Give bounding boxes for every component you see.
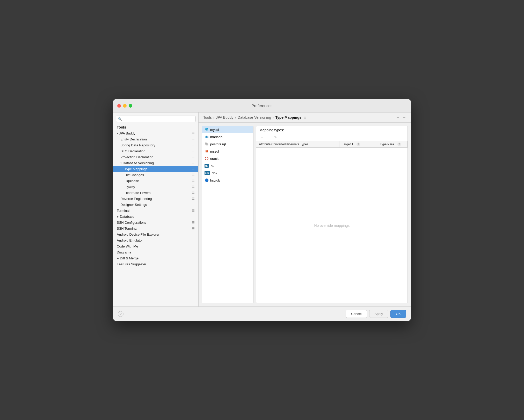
- sidebar-item-projection-declaration[interactable]: Projection Declaration ☰: [113, 154, 198, 160]
- sidebar-item-ssh-terminal[interactable]: SSH Terminal ☰: [113, 226, 198, 231]
- apply-button[interactable]: Apply: [369, 310, 389, 318]
- nav-arrows: ← →: [396, 115, 406, 120]
- hsqldb-icon: 🔵: [205, 178, 209, 182]
- mssql-icon: ⊞: [205, 149, 209, 153]
- breadcrumb: Tools › JPA Buddy › Database Versioning …: [199, 113, 411, 123]
- help-button[interactable]: ?: [118, 311, 123, 317]
- search-box[interactable]: 🔍: [116, 116, 196, 122]
- sidebar-item-database-versioning[interactable]: ▾ Database Versioning ☰: [113, 160, 198, 166]
- right-panel: Tools › JPA Buddy › Database Versioning …: [199, 113, 411, 306]
- add-mapping-button[interactable]: +: [259, 134, 265, 140]
- db-item-mssql[interactable]: ⊞ mssql: [202, 148, 253, 155]
- mapping-header: Mapping types:: [256, 126, 407, 133]
- db-item-mariadb[interactable]: 🐟 mariadb: [202, 133, 253, 140]
- db-item-label: db2: [212, 171, 217, 175]
- sidebar-item-code-with-me[interactable]: Code With Me: [113, 243, 198, 249]
- col-header-label: Target T...: [342, 142, 355, 146]
- item-badge: ☰: [192, 197, 195, 200]
- db-item-h2[interactable]: H2 h2: [202, 162, 253, 169]
- db-item-label: mysql: [210, 128, 219, 132]
- sidebar-item-entity-declaration[interactable]: Entity Declaration ☰: [113, 136, 198, 142]
- h2-icon: H2: [205, 164, 209, 168]
- sidebar-item-liquibase[interactable]: Liquibase ☰: [113, 178, 198, 184]
- sidebar-item-spring-data-repo[interactable]: Spring Data Repository ☰: [113, 142, 198, 148]
- db-item-mysql[interactable]: 🐬 mysql: [202, 126, 253, 133]
- sidebar-item-label: SSH Configurations: [117, 221, 146, 224]
- sidebar-item-terminal[interactable]: Terminal ☰: [113, 208, 198, 214]
- sidebar-item-label: Diff & Merge: [120, 256, 139, 260]
- db-item-label: postgresql: [210, 142, 226, 146]
- sidebar-item-diff-changes[interactable]: Diff Changes ☰: [113, 172, 198, 178]
- sidebar: 🔍 Tools ▾ JPA Buddy ☰ Entity Declaration…: [113, 113, 199, 306]
- sidebar-item-designer-settings[interactable]: Designer Settings: [113, 202, 198, 208]
- db-item-label: mssql: [210, 149, 219, 153]
- maximize-button[interactable]: [129, 104, 132, 108]
- minimize-button[interactable]: [123, 104, 127, 108]
- svg-point-0: [205, 157, 208, 160]
- sidebar-section-tools: Tools: [113, 124, 198, 130]
- sidebar-item-diff-merge[interactable]: ▶ Diff & Merge: [113, 255, 198, 261]
- ok-button[interactable]: OK: [390, 310, 406, 318]
- mapping-panel: Mapping types: + − ✎ Attribute/Converter…: [256, 126, 408, 303]
- sidebar-item-label: Hibernate Envers: [125, 191, 150, 195]
- db-item-postgresql[interactable]: 🐘 postgresql: [202, 140, 253, 148]
- breadcrumb-typemappings[interactable]: Type Mappings: [275, 115, 301, 119]
- nav-forward-button[interactable]: →: [402, 115, 406, 120]
- sidebar-item-ssh-configurations[interactable]: SSH Configurations ☰: [113, 220, 198, 226]
- edit-mapping-button[interactable]: ✎: [272, 134, 279, 140]
- sidebar-item-reverse-engineering[interactable]: Reverse Engineering ☰: [113, 196, 198, 202]
- sidebar-item-label: Reverse Engineering: [120, 197, 152, 201]
- col-header-label: Type Para...: [380, 142, 397, 146]
- sidebar-item-label: Android Device File Explorer: [117, 233, 159, 236]
- remove-mapping-button[interactable]: −: [266, 134, 272, 140]
- main-content: 🔍 Tools ▾ JPA Buddy ☰ Entity Declaration…: [113, 113, 411, 306]
- traffic-lights: [117, 104, 132, 108]
- postgresql-icon: 🐘: [205, 142, 209, 146]
- db-item-label: hsqldb: [210, 178, 220, 182]
- sidebar-item-label: Database: [120, 215, 134, 219]
- sidebar-item-label: SSH Terminal: [117, 227, 137, 230]
- search-input[interactable]: [123, 117, 193, 121]
- sidebar-item-diagrams[interactable]: Diagrams: [113, 249, 198, 255]
- breadcrumb-tools[interactable]: Tools: [203, 115, 212, 119]
- sidebar-item-flyway[interactable]: Flyway ☰: [113, 184, 198, 190]
- breadcrumb-dbversioning[interactable]: Database Versioning: [238, 115, 271, 119]
- breadcrumb-menu-icon[interactable]: ☰: [303, 116, 306, 119]
- sidebar-item-database[interactable]: ▶ Database: [113, 214, 198, 220]
- sidebar-item-android-emulator[interactable]: Android Emulator: [113, 237, 198, 243]
- col-header-label: Attribute/Converter/Hibernate Types: [259, 142, 308, 146]
- sidebar-item-label: Database Versioning: [123, 161, 154, 165]
- db-item-db2[interactable]: DB2 db2: [202, 169, 253, 177]
- sidebar-item-label: Diff Changes: [125, 173, 144, 177]
- sidebar-item-features-suggester[interactable]: Features Suggester: [113, 261, 198, 267]
- chevron-down-icon: ▾: [120, 162, 122, 164]
- help-icon[interactable]: ?: [356, 142, 360, 146]
- item-badge: ☰: [192, 173, 195, 177]
- help-icon[interactable]: ?: [397, 142, 401, 146]
- chevron-down-icon: ▾: [117, 132, 118, 135]
- db-item-hsqldb[interactable]: 🔵 hsqldb: [202, 177, 253, 184]
- breadcrumb-sep: ›: [213, 116, 214, 119]
- sidebar-item-dto-declaration[interactable]: DTO Declaration ☰: [113, 148, 198, 154]
- sidebar-item-type-mappings[interactable]: Type Mappings ☰: [113, 166, 198, 172]
- sidebar-item-label: Projection Declaration: [120, 155, 153, 159]
- titlebar: Preferences: [113, 99, 411, 113]
- db-item-label: mariadb: [210, 135, 222, 139]
- cancel-button[interactable]: Cancel: [346, 310, 367, 318]
- col-header-attribute: Attribute/Converter/Hibernate Types: [256, 141, 339, 147]
- item-badge: ☰: [192, 138, 195, 141]
- sidebar-item-jpabuddy[interactable]: ▾ JPA Buddy ☰: [113, 130, 198, 136]
- sidebar-item-label: Terminal: [117, 209, 129, 213]
- mariadb-icon: 🐟: [205, 135, 209, 139]
- nav-back-button[interactable]: ←: [396, 115, 400, 120]
- db-item-oracle[interactable]: oracle: [202, 155, 253, 162]
- sidebar-item-hibernate-envers[interactable]: Hibernate Envers ☰: [113, 190, 198, 196]
- db-item-label: oracle: [210, 157, 219, 161]
- item-badge: ☰: [192, 179, 195, 183]
- breadcrumb-jpabuddy[interactable]: JPA Buddy: [216, 115, 233, 119]
- item-badge: ☰: [192, 185, 195, 189]
- item-badge: ☰: [192, 132, 195, 135]
- close-button[interactable]: [117, 104, 121, 108]
- sidebar-item-android-device[interactable]: Android Device File Explorer: [113, 231, 198, 237]
- sidebar-item-label: Liquibase: [125, 179, 139, 183]
